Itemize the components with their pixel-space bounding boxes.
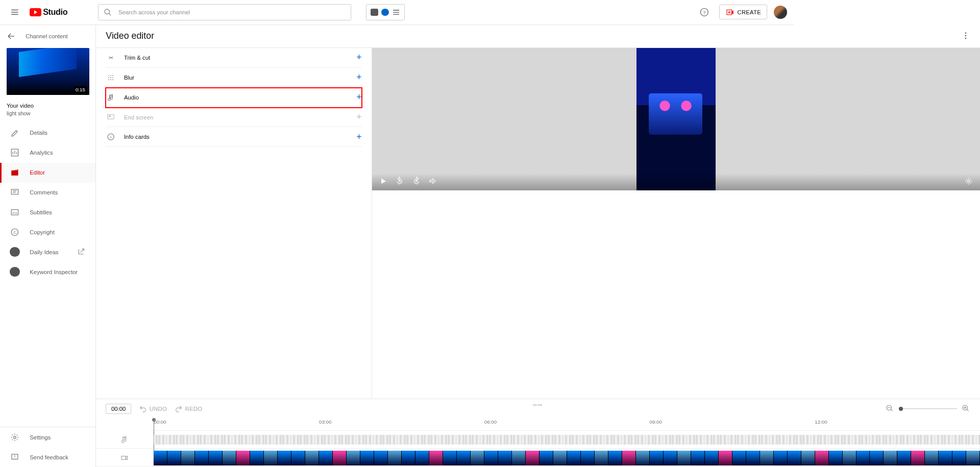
add-button[interactable]: + [356, 92, 361, 103]
sidebar-item-label: Keyword Inspector [30, 269, 78, 275]
tool-label: End screen [124, 114, 348, 120]
create-button[interactable]: CREATE [719, 5, 767, 19]
tool-label: Trim & cut [124, 55, 348, 61]
svg-point-0 [105, 9, 109, 14]
svg-point-22 [110, 79, 111, 80]
svg-text:10: 10 [415, 180, 418, 183]
thumbnail-duration: 0:15 [74, 86, 87, 93]
page-header: Video editor [96, 25, 794, 48]
info-icon [106, 133, 115, 141]
sidebar-item-label: Editor [30, 169, 45, 176]
extension-menu-icon [392, 8, 400, 16]
back-label: Channel content [26, 33, 68, 39]
sidebar-item-label: Subtitles [30, 209, 52, 215]
tool-row-audio[interactable]: Audio + [106, 88, 361, 108]
extension-dot-icon [10, 247, 19, 257]
sidebar-item-label: Comments [30, 189, 58, 195]
sidebar-item-details[interactable]: Details [0, 123, 95, 143]
play-icon [379, 177, 388, 186]
hamburger-icon [10, 8, 19, 17]
copyright-icon: c [10, 228, 19, 237]
help-button[interactable]: ? [696, 4, 713, 20]
search-input[interactable]: Search across your channel [98, 4, 351, 20]
video-thumbnail[interactable]: 0:15 [7, 48, 89, 95]
tool-row-trim[interactable]: ✂ Trim & cut + [106, 48, 361, 68]
sidebar-item-subtitles[interactable]: Subtitles [0, 203, 95, 223]
svg-rect-6 [11, 189, 18, 194]
top-app-bar: Studio Search across your channel ? CREA… [0, 0, 794, 25]
svg-point-18 [108, 77, 109, 78]
sidebar-item-editor[interactable]: Editor [0, 163, 95, 183]
sidebar-item-copyright[interactable]: c Copyright [0, 222, 95, 242]
tool-row-info-cards[interactable]: Info cards + [106, 127, 361, 147]
studio-logo[interactable]: Studio [30, 7, 67, 17]
comments-icon [10, 188, 19, 197]
sidebar-item-comments[interactable]: Comments [0, 183, 95, 203]
end-screen-icon [106, 113, 115, 121]
sidebar-item-label: Details [30, 130, 47, 136]
account-avatar[interactable] [774, 6, 787, 19]
subtitles-icon [10, 208, 19, 217]
create-button-label: CREATE [737, 9, 761, 15]
hamburger-menu-button[interactable] [7, 4, 23, 20]
svg-point-20 [112, 77, 113, 78]
svg-point-15 [108, 75, 109, 76]
svg-point-17 [112, 75, 113, 76]
help-icon: ? [700, 8, 709, 17]
play-button[interactable] [379, 177, 388, 187]
sidebar-item-analytics[interactable]: Analytics [0, 143, 95, 163]
external-link-icon [77, 248, 85, 257]
add-button[interactable]: + [356, 52, 361, 63]
your-video-heading: Your video [7, 103, 89, 109]
svg-point-16 [110, 75, 111, 76]
back-to-channel-content[interactable]: Channel content [0, 25, 95, 48]
svg-rect-5 [11, 171, 18, 176]
video-frame [636, 48, 716, 190]
your-video-block: Your video light show [0, 95, 95, 119]
tool-row-blur[interactable]: Blur + [106, 68, 361, 88]
sidebar-item-label: Daily Ideas [30, 249, 58, 255]
svg-text:c: c [14, 230, 16, 235]
video-player[interactable]: 10 10 [372, 48, 794, 190]
page-title: Video editor [106, 31, 154, 41]
add-button[interactable]: + [356, 132, 361, 142]
rewind-10-button[interactable]: 10 [395, 177, 404, 187]
main-content: Video editor ✂ Trim & cut + Blur + Audio… [96, 25, 794, 379]
sidebar-nav: Details Analytics Editor Comments Subtit… [0, 123, 95, 282]
sidebar-item-keyword-inspector[interactable]: Keyword Inspector [0, 262, 95, 282]
tool-label: Audio [124, 94, 348, 101]
search-placeholder: Search across your channel [118, 9, 190, 15]
sidebar-item-label: Copyright [30, 229, 54, 235]
forward-10-icon: 10 [412, 177, 421, 186]
extension-dot-icon [10, 267, 19, 277]
scissors-icon: ✂ [106, 54, 115, 61]
analytics-icon [10, 148, 19, 157]
clapperboard-icon [10, 168, 19, 177]
svg-point-19 [110, 77, 111, 78]
forward-10-button[interactable]: 10 [412, 177, 421, 187]
tool-label: Blur [124, 75, 348, 81]
player-controls: 10 10 [372, 174, 794, 190]
tool-list: ✂ Trim & cut + Blur + Audio + End screen… [96, 48, 372, 378]
svg-point-23 [112, 79, 113, 80]
your-video-title: light show [7, 110, 89, 116]
music-note-icon [106, 93, 115, 102]
extension-badge-icon [371, 9, 378, 16]
sidebar-item-label: Analytics [30, 150, 53, 156]
sidebar-item-daily-ideas[interactable]: Daily Ideas [0, 242, 95, 262]
arrow-left-icon [7, 32, 16, 41]
volume-icon [428, 177, 437, 186]
logo-text: Studio [43, 7, 67, 17]
volume-button[interactable] [428, 177, 437, 187]
svg-text:?: ? [703, 9, 706, 15]
extension-badges[interactable] [366, 4, 405, 20]
left-sidebar: Channel content 0:15 Your video light sh… [0, 25, 96, 379]
svg-rect-7 [11, 210, 18, 215]
youtube-play-icon [30, 8, 41, 16]
tool-label: Info cards [124, 134, 348, 140]
tool-row-end-screen: End screen + [106, 108, 361, 128]
svg-text:10: 10 [398, 180, 401, 183]
search-icon [104, 8, 112, 16]
add-button[interactable]: + [356, 72, 361, 83]
pencil-icon [10, 129, 19, 138]
